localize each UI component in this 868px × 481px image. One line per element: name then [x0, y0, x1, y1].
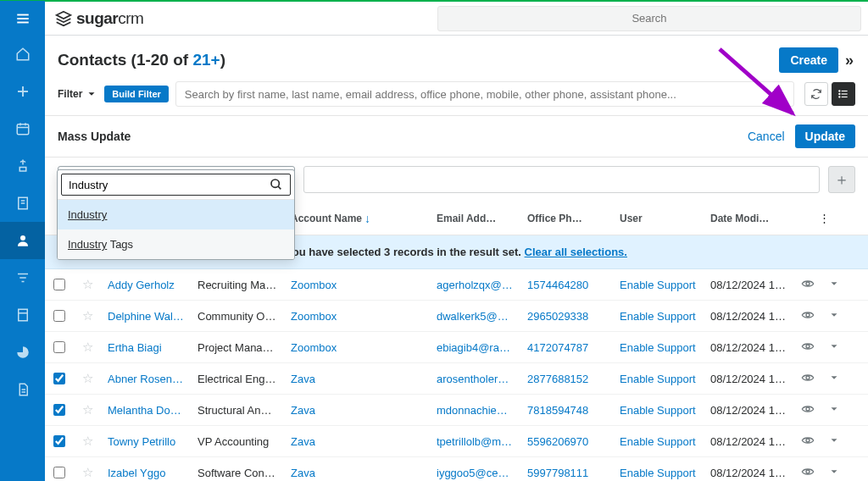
- account-link[interactable]: Zava: [284, 373, 430, 385]
- col-options[interactable]: ⋮: [793, 212, 854, 224]
- list-view-button[interactable]: [832, 82, 855, 106]
- preview-icon[interactable]: [801, 402, 815, 418]
- preview-icon[interactable]: [801, 277, 815, 293]
- row-checkbox[interactable]: [53, 404, 65, 416]
- email-link[interactable]: dwalkerk5@di…: [430, 310, 520, 323]
- preview-icon[interactable]: [801, 371, 815, 387]
- col-account[interactable]: Account Name ↓: [284, 212, 430, 225]
- global-search-input[interactable]: [437, 6, 861, 31]
- dropdown-search-input[interactable]: [69, 179, 270, 191]
- svg-point-29: [806, 313, 810, 317]
- dropdown-option[interactable]: Industry Tags: [58, 229, 294, 259]
- preview-icon[interactable]: [801, 465, 815, 481]
- row-checkbox[interactable]: [53, 341, 65, 353]
- account-link[interactable]: Zava: [284, 404, 430, 417]
- favorite-icon[interactable]: ☆: [74, 465, 101, 480]
- account-link[interactable]: Zoombox: [284, 310, 430, 323]
- row-chevron-icon[interactable]: [828, 309, 840, 323]
- col-phone[interactable]: Office Ph…: [520, 213, 613, 224]
- phone-link[interactable]: 5997798111: [520, 467, 613, 479]
- email-link[interactable]: mdonnachieoa…: [430, 404, 520, 417]
- row-chevron-icon[interactable]: [828, 466, 840, 480]
- phone-link[interactable]: 7818594748: [520, 404, 613, 417]
- nav-filter[interactable]: [0, 259, 45, 296]
- preview-icon[interactable]: [801, 308, 815, 324]
- create-button[interactable]: Create: [779, 47, 838, 73]
- favorite-icon[interactable]: ☆: [74, 402, 101, 417]
- row-checkbox[interactable]: [53, 279, 65, 290]
- user-link[interactable]: Enable Support: [613, 467, 704, 479]
- preview-icon[interactable]: [801, 434, 815, 450]
- dropdown-search[interactable]: [61, 174, 291, 196]
- row-chevron-icon[interactable]: [828, 340, 840, 355]
- nav-home[interactable]: [0, 36, 45, 73]
- contact-name-link[interactable]: Delphine Walk…: [101, 310, 191, 323]
- row-chevron-icon[interactable]: [828, 403, 840, 417]
- row-chevron-icon[interactable]: [828, 434, 840, 449]
- row-chevron-icon[interactable]: [828, 372, 840, 386]
- build-filter-button[interactable]: Build Filter: [104, 86, 168, 102]
- update-button[interactable]: Update: [795, 124, 855, 148]
- nav-calc[interactable]: [0, 296, 45, 334]
- filter-search-input[interactable]: [175, 81, 794, 107]
- nav-contacts[interactable]: [0, 222, 45, 259]
- row-checkbox[interactable]: [53, 435, 65, 447]
- account-link[interactable]: Zava: [284, 467, 430, 479]
- row-checkbox[interactable]: [53, 467, 65, 478]
- count-link[interactable]: 21+: [192, 51, 220, 69]
- nav-reports[interactable]: [0, 334, 45, 371]
- cancel-link[interactable]: Cancel: [748, 130, 785, 143]
- email-link[interactable]: ebiagib4@ram…: [430, 341, 520, 354]
- row-checkbox[interactable]: [53, 310, 65, 322]
- email-link[interactable]: agerholzqx@…: [430, 279, 520, 291]
- nav-calendar[interactable]: [0, 110, 45, 147]
- account-link[interactable]: Zava: [284, 435, 430, 448]
- hamburger-menu[interactable]: [0, 1, 45, 36]
- favorite-icon[interactable]: ☆: [74, 434, 101, 449]
- row-checkbox[interactable]: [53, 373, 65, 384]
- phone-link[interactable]: 1574464280: [520, 279, 613, 291]
- field-value-input[interactable]: [303, 166, 820, 193]
- user-link[interactable]: Enable Support: [613, 279, 704, 291]
- contact-name-link[interactable]: Izabel Yggo: [101, 467, 191, 479]
- contact-name-link[interactable]: Melantha Don…: [101, 404, 191, 417]
- range-close: ): [220, 51, 225, 69]
- phone-link[interactable]: 4172074787: [520, 341, 613, 354]
- contact-name-link[interactable]: Addy Gerholz: [101, 279, 191, 291]
- preview-icon[interactable]: [801, 340, 815, 356]
- phone-link[interactable]: 5596206970: [520, 435, 613, 448]
- favorite-icon[interactable]: ☆: [74, 340, 101, 355]
- email-link[interactable]: tpetrillolb@my…: [430, 435, 520, 448]
- nav-accounts[interactable]: [0, 185, 45, 222]
- contact-name-link[interactable]: Abner Rosent…: [101, 373, 191, 385]
- add-field-button[interactable]: ＋: [828, 166, 855, 193]
- user-link[interactable]: Enable Support: [613, 341, 704, 354]
- account-link[interactable]: Zoombox: [284, 279, 430, 291]
- col-date[interactable]: Date Modi…: [704, 213, 793, 224]
- nav-docs[interactable]: [0, 371, 45, 408]
- favorite-icon[interactable]: ☆: [74, 277, 101, 292]
- user-link[interactable]: Enable Support: [613, 373, 704, 385]
- email-link[interactable]: arosentholer3r…: [430, 373, 520, 385]
- favorite-icon[interactable]: ☆: [74, 308, 101, 323]
- email-link[interactable]: iyggoo5@cens…: [430, 467, 520, 479]
- phone-link[interactable]: 2877688152: [520, 373, 613, 385]
- nav-leads[interactable]: [0, 147, 45, 185]
- account-link[interactable]: Zoombox: [284, 341, 430, 354]
- nav-create[interactable]: [0, 73, 45, 110]
- user-link[interactable]: Enable Support: [613, 310, 704, 323]
- clear-selection-link[interactable]: Clear all selections.: [525, 246, 627, 258]
- col-user[interactable]: User: [613, 213, 704, 224]
- refresh-button[interactable]: [804, 82, 828, 106]
- panel-expand-icon[interactable]: »: [843, 52, 855, 69]
- contact-name-link[interactable]: Towny Petrillo: [101, 435, 191, 448]
- col-email[interactable]: Email Add…: [430, 213, 520, 224]
- phone-link[interactable]: 2965029338: [520, 310, 613, 323]
- filter-label[interactable]: Filter: [58, 88, 97, 100]
- row-chevron-icon[interactable]: [828, 278, 840, 292]
- contact-name-link[interactable]: Ertha Biagi: [101, 341, 191, 354]
- user-link[interactable]: Enable Support: [613, 435, 704, 448]
- user-link[interactable]: Enable Support: [613, 404, 704, 417]
- dropdown-option[interactable]: Industry: [58, 200, 294, 229]
- favorite-icon[interactable]: ☆: [74, 371, 101, 386]
